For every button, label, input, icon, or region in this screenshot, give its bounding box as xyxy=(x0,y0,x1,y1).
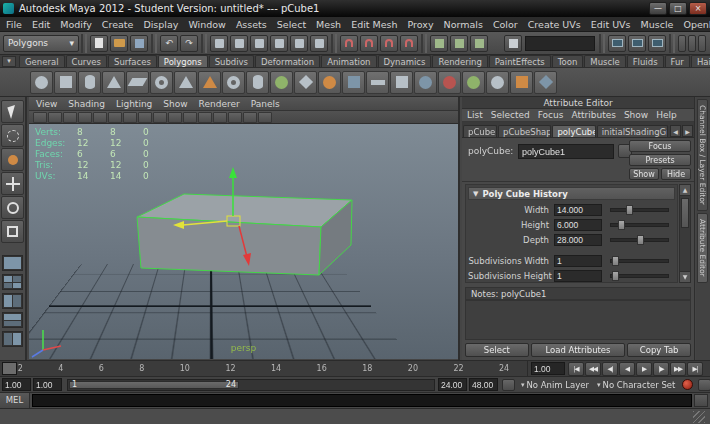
new-scene-button[interactable] xyxy=(90,35,108,52)
snap-to-grid-button[interactable] xyxy=(340,35,358,52)
scroll-up-icon[interactable]: ▲ xyxy=(680,185,690,196)
toolbar-grip[interactable] xyxy=(331,34,337,53)
toolbar-grip[interactable] xyxy=(669,34,675,53)
grid-toggle-icon[interactable] xyxy=(108,112,122,123)
command-input[interactable] xyxy=(32,394,692,407)
poly-pyramid-icon[interactable] xyxy=(198,71,221,94)
sculpt-geometry-icon[interactable] xyxy=(318,71,341,94)
width-slider[interactable] xyxy=(610,208,669,212)
poly-cube-icon[interactable] xyxy=(54,71,77,94)
shelf-tab-fluids[interactable]: Fluids xyxy=(627,55,664,67)
menu-window[interactable]: Window xyxy=(188,19,225,30)
select-object-mask-button[interactable] xyxy=(230,35,248,52)
ae-menu-help[interactable]: Help xyxy=(656,110,677,120)
subdivisions-height-field[interactable] xyxy=(554,270,602,282)
focus-button[interactable]: Focus xyxy=(629,140,691,152)
safe-title-icon[interactable] xyxy=(198,112,212,123)
go-to-start-button[interactable]: |◀ xyxy=(568,362,584,376)
copy-tab-button[interactable]: Copy Tab xyxy=(627,343,691,357)
tab-pcube1[interactable]: pCube1 xyxy=(463,125,497,137)
extract-icon[interactable] xyxy=(390,71,413,94)
notes-header[interactable]: Notes: polyCube1 xyxy=(465,287,691,300)
snap-to-curve-button[interactable] xyxy=(360,35,378,52)
selection-field-mode-button[interactable] xyxy=(504,35,522,52)
resolution-gate-icon[interactable] xyxy=(138,112,152,123)
show-channel-box-toggle[interactable] xyxy=(698,35,706,52)
shelf-tab-surfaces[interactable]: Surfaces xyxy=(108,55,157,67)
redo-button[interactable]: ↷ xyxy=(180,35,198,52)
select-faces-mask-button[interactable] xyxy=(310,35,328,52)
panel-menu-lighting[interactable]: Lighting xyxy=(116,99,152,109)
tab-polycube1[interactable]: polyCube1 xyxy=(552,125,595,137)
bookmark-icon[interactable] xyxy=(78,112,92,123)
film-gate-icon[interactable] xyxy=(123,112,137,123)
play-forward-button[interactable]: ▶ xyxy=(636,362,652,376)
safe-action-icon[interactable] xyxy=(183,112,197,123)
resize-grip[interactable] xyxy=(693,411,705,423)
close-button[interactable]: × xyxy=(689,2,707,15)
construction-history-button[interactable] xyxy=(470,35,488,52)
go-to-end-button[interactable]: ▶| xyxy=(687,362,703,376)
menu-mesh[interactable]: Mesh xyxy=(316,19,341,30)
ae-menu-show[interactable]: Show xyxy=(624,110,648,120)
toolbar-grip[interactable] xyxy=(421,34,427,53)
tab-pcubeshape1[interactable]: pCubeShape1 xyxy=(498,125,551,137)
auto-keyframe-toggle[interactable] xyxy=(682,379,693,390)
save-scene-button[interactable] xyxy=(130,35,148,52)
channel-box-vertical-tab[interactable]: Channel Box / Layer Editor xyxy=(697,99,708,211)
command-language-toggle[interactable]: MEL xyxy=(0,393,30,408)
boolean-union-icon[interactable] xyxy=(414,71,437,94)
layout-two-pane-side-button[interactable] xyxy=(2,293,23,309)
render-settings-button[interactable] xyxy=(648,35,666,52)
poly-prism-icon[interactable] xyxy=(174,71,197,94)
step-back-frame-button[interactable]: ◀◀ xyxy=(585,362,601,376)
current-time-field[interactable] xyxy=(531,362,565,375)
select-lines-mask-button[interactable] xyxy=(290,35,308,52)
image-plane-icon[interactable] xyxy=(93,112,107,123)
smooth-icon[interactable] xyxy=(486,71,509,94)
layout-single-pane-button[interactable] xyxy=(2,255,23,271)
input-connections-button[interactable] xyxy=(430,35,448,52)
toolbar-grip[interactable] xyxy=(81,34,87,53)
poly-torus-icon[interactable] xyxy=(150,71,173,94)
shelf-menu-button[interactable]: ▾ xyxy=(2,56,16,67)
menu-file[interactable]: File xyxy=(6,19,22,30)
viewport-canvas[interactable]: Verts:880 Edges:12120 Faces:660 Tris:121… xyxy=(29,124,458,359)
shelf-tab-subdivs[interactable]: Subdivs xyxy=(209,55,254,67)
poly-plane-icon[interactable] xyxy=(126,71,149,94)
timeline-ticks[interactable]: 2 4 6 8 10 12 14 16 18 20 22 24 xyxy=(0,361,528,376)
ipr-render-button[interactable] xyxy=(628,35,646,52)
wireframe-mode-icon[interactable] xyxy=(213,112,227,123)
maximize-button[interactable]: □ xyxy=(669,2,687,15)
output-connections-button[interactable] xyxy=(450,35,468,52)
playback-range-bar[interactable]: 1 24 xyxy=(69,381,239,389)
separate-icon[interactable] xyxy=(366,71,389,94)
tab-scroll-right-icon[interactable]: ▶ xyxy=(682,125,693,137)
gate-mask-icon[interactable] xyxy=(153,112,167,123)
menu-display[interactable]: Display xyxy=(143,19,178,30)
menu-edit-mesh[interactable]: Edit Mesh xyxy=(351,19,397,30)
field-chart-icon[interactable] xyxy=(168,112,182,123)
ae-menu-focus[interactable]: Focus xyxy=(538,110,564,120)
panel-menu-renderer[interactable]: Renderer xyxy=(199,99,240,109)
shelf-tab-hair[interactable]: Hair xyxy=(691,55,710,67)
playback-start-field[interactable] xyxy=(33,378,62,391)
animation-start-field[interactable] xyxy=(2,378,31,391)
shelf-tab-toon[interactable]: Toon xyxy=(552,55,584,67)
attributes-scroll-area[interactable]: ▼ Poly Cube History Width Height Depth S… xyxy=(465,184,678,283)
layout-persp-outliner-button[interactable] xyxy=(2,331,23,347)
panel-menu-shading[interactable]: Shading xyxy=(68,99,105,109)
show-attribute-editor-toggle[interactable] xyxy=(678,35,686,52)
subdivisions-width-slider[interactable] xyxy=(610,259,669,263)
select-tool-button[interactable] xyxy=(1,100,24,123)
play-backward-button[interactable]: ◀ xyxy=(619,362,635,376)
height-slider[interactable] xyxy=(610,223,669,227)
poly-cylinder-icon[interactable] xyxy=(78,71,101,94)
shaded-mode-icon[interactable] xyxy=(228,112,242,123)
lock-camera-icon[interactable] xyxy=(48,112,62,123)
minimize-button[interactable]: — xyxy=(649,2,667,15)
viewport-panel[interactable]: View Shading Lighting Show Renderer Pane… xyxy=(29,97,460,360)
open-scene-button[interactable] xyxy=(110,35,128,52)
layout-four-pane-button[interactable] xyxy=(2,274,23,290)
paint-selection-tool-button[interactable] xyxy=(1,148,24,171)
